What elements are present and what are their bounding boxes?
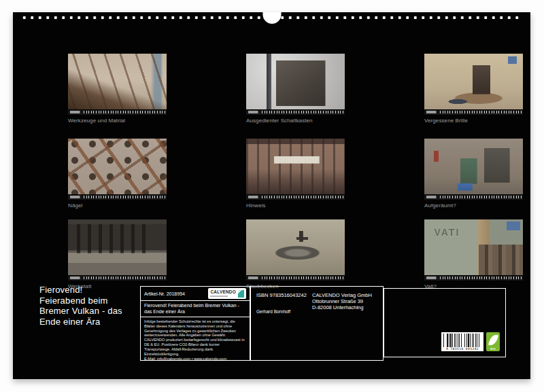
date-strip bbox=[424, 195, 523, 200]
thumbnail-caption: Ausgedienter Schaltkasten bbox=[246, 118, 345, 124]
eco-print-logo: ECO bbox=[486, 332, 500, 351]
photo-tools-material bbox=[68, 54, 167, 109]
isbn-text: ISBN 9783516043242 bbox=[256, 292, 307, 298]
barcode-box: 9 783516 043242 ECO bbox=[384, 288, 506, 357]
thumbnail-row-2: Nägel Hinweis Aufgeräumt? Arbeitsschutz bbox=[41, 128, 544, 219]
legal-text: Infolge bestehender Schutzrechte ist es … bbox=[141, 317, 250, 356]
scratched-wall-text: VATI bbox=[435, 227, 460, 238]
thumbnail-werkstatt: Werkstatt bbox=[68, 219, 167, 289]
calvendo-mark-icon bbox=[238, 290, 244, 298]
info-box-title: Fierovend! Feierabend beim Bremer Vulkan… bbox=[141, 301, 250, 317]
leaf-icon bbox=[488, 334, 498, 346]
thumbnail-caption: Nägel bbox=[68, 202, 167, 209]
author-name: Gerhard Bornhoff bbox=[256, 309, 290, 314]
thumbnail-werkzeuge: Werkzeuge und Matrial bbox=[68, 54, 167, 124]
photo-workbench bbox=[68, 219, 167, 275]
calvendo-wordmark: CALVENDO bbox=[210, 290, 236, 297]
title-line: Bremer Vulkan - das bbox=[39, 306, 122, 317]
thumbnail-caption: Werkzeuge und Matrial bbox=[68, 118, 167, 124]
thumbnail-brille: Vergessene Brille bbox=[424, 54, 523, 124]
photo-nails bbox=[68, 139, 167, 194]
barcode-group: 9 783516 043242 ECO bbox=[441, 332, 500, 351]
date-strip bbox=[424, 110, 523, 115]
photo-switchbox bbox=[246, 54, 345, 109]
publisher-address: CALVENDO Verlag GmbH Ottobrunner Straße … bbox=[312, 292, 372, 310]
hanger-notch bbox=[262, 12, 281, 24]
ean-barcode: 9 783516 043242 bbox=[441, 332, 483, 351]
thumbnail-caption: Aufgeräumt? bbox=[424, 202, 523, 209]
thumbnail-caption: Hinweis bbox=[246, 202, 345, 209]
thumbnail-hinweis: Hinweis bbox=[246, 139, 345, 209]
thumbnail-row-1: Werkzeuge und Matrial Ausgedienter Schal… bbox=[41, 43, 544, 135]
date-strip bbox=[424, 276, 523, 281]
publisher-line: CALVENDO Verlag GmbH bbox=[312, 292, 372, 298]
thumbnail-staubbecken: Staubbecken bbox=[246, 219, 345, 289]
barcode-bars bbox=[443, 334, 481, 347]
logo-tagline-bar bbox=[210, 296, 228, 297]
photo-workshop-wall bbox=[424, 139, 523, 194]
photo-sign bbox=[246, 139, 345, 194]
date-strip bbox=[68, 276, 167, 281]
date-strip bbox=[68, 110, 167, 115]
thumbnail-schaltkasten: Ausgedienter Schaltkasten bbox=[246, 54, 345, 124]
photo-goggles-can bbox=[424, 54, 523, 109]
calendar-sheet: Werkzeuge und Matrial Ausgedienter Schal… bbox=[13, 12, 530, 379]
date-strip bbox=[246, 110, 345, 115]
thumbnail-naegel: Nägel bbox=[68, 139, 167, 209]
eco-label: ECO bbox=[490, 348, 496, 351]
date-strip bbox=[246, 276, 345, 281]
article-row: Artikel-Nr. 2018954 CALVENDO bbox=[141, 287, 250, 301]
barcode-number: 9 783516 043242 bbox=[443, 347, 481, 351]
article-number: Artikel-Nr. 2018954 bbox=[144, 291, 185, 296]
title-line: Feierabend beim bbox=[39, 296, 122, 306]
calendar-title: Fierovend! Feierabend beim Bremer Vulkan… bbox=[39, 285, 122, 327]
calendar-back-cover: Werkzeuge und Matrial Ausgedienter Schal… bbox=[0, 0, 544, 392]
contact-line: E-Mail: info@calvendo.com • www.calvendo… bbox=[141, 356, 250, 362]
photo-sink bbox=[246, 219, 345, 275]
date-strip bbox=[68, 195, 167, 200]
thumbnail-caption: Vergessene Brille bbox=[424, 118, 523, 124]
thumbnail-vati: VATI Vati? bbox=[424, 219, 523, 289]
photo-vati-wall: VATI bbox=[424, 219, 523, 275]
publisher-line: D-82008 Unterhaching bbox=[312, 304, 372, 310]
date-strip bbox=[246, 195, 345, 200]
publisher-line: Ottobrunner Straße 39 bbox=[312, 298, 372, 304]
thumbnail-aufgeraeumt: Aufgeräumt? bbox=[424, 139, 523, 209]
product-info-box: Artikel-Nr. 2018954 CALVENDO Fierovend! … bbox=[140, 286, 250, 361]
title-line: Ende einer Ära bbox=[39, 317, 122, 327]
calvendo-logo: CALVENDO bbox=[208, 288, 246, 299]
publishing-box: ISBN 9783516043242 Gerhard Bornhoff CALV… bbox=[250, 286, 384, 361]
title-line: Fierovend! bbox=[39, 285, 122, 296]
